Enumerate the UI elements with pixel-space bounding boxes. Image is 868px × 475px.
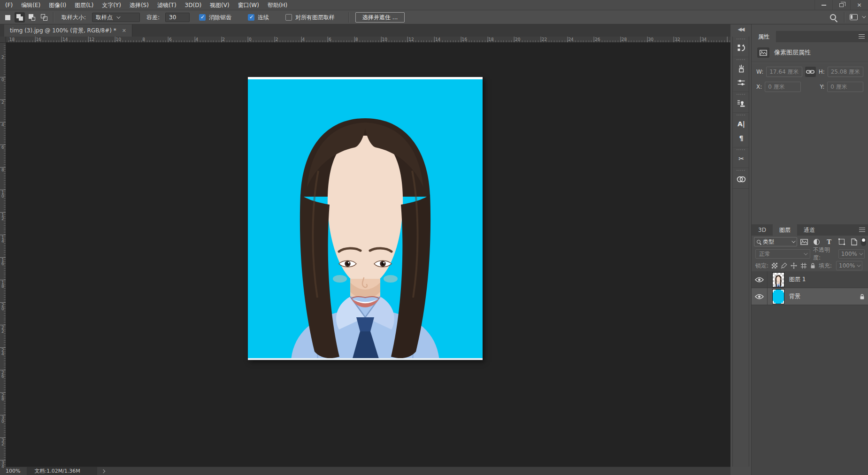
tab-layers[interactable]: 图层 bbox=[773, 224, 797, 236]
select-and-mask-button[interactable]: 选择并遮住 ... bbox=[355, 12, 405, 23]
sample-all-layers-checkbox[interactable] bbox=[285, 14, 292, 21]
w-label: W: bbox=[756, 69, 763, 75]
y-field[interactable]: 0 厘米 bbox=[827, 82, 863, 92]
tool-presets-panel-button[interactable]: ✂ bbox=[733, 152, 750, 166]
new-selection-button[interactable] bbox=[2, 12, 13, 23]
scissors-tools-icon: ✂ bbox=[738, 155, 744, 162]
portrait-thumbnail bbox=[773, 273, 784, 287]
tolerance-input[interactable]: 30 bbox=[165, 13, 190, 22]
v-ruler-number: 3 0 bbox=[1, 416, 4, 423]
opacity-dropdown[interactable]: 100% bbox=[838, 249, 865, 259]
tab-channels[interactable]: 通道 bbox=[797, 224, 822, 236]
vertical-ruler[interactable]: 2024681 01 21 41 61 82 02 22 42 62 83 03… bbox=[0, 43, 6, 467]
filter-type-layers-button[interactable]: T bbox=[823, 237, 835, 246]
intersect-selection-button[interactable] bbox=[39, 12, 49, 23]
layer-row-1[interactable]: 图层 1 bbox=[752, 271, 868, 288]
character-panel-button[interactable]: A| bbox=[733, 117, 750, 131]
menu-item[interactable]: 窗口(W) bbox=[234, 0, 263, 10]
paragraph-panel-button[interactable]: ¶ bbox=[733, 131, 750, 145]
clone-source-panel-button[interactable] bbox=[733, 96, 750, 110]
filter-adjustment-layers-button[interactable] bbox=[811, 237, 822, 246]
lock-all-icon[interactable] bbox=[810, 262, 815, 269]
collapse-panels-left-button[interactable]: ◀◀ bbox=[732, 26, 749, 32]
search-icon[interactable] bbox=[830, 14, 836, 20]
height-field[interactable]: 25.08 厘米 bbox=[828, 67, 863, 77]
brush-settings-panel-button[interactable] bbox=[733, 76, 750, 90]
panel-grip[interactable] bbox=[737, 149, 745, 150]
lock-artboard-icon[interactable] bbox=[800, 262, 807, 269]
close-button[interactable]: ✕ bbox=[850, 0, 868, 10]
filter-smart-objects-button[interactable] bbox=[848, 237, 860, 246]
lock-position-icon[interactable] bbox=[791, 262, 797, 269]
properties-panel-menu-button[interactable] bbox=[858, 33, 865, 40]
menu-item[interactable]: 文字(Y) bbox=[98, 0, 125, 10]
contiguous-checkbox[interactable] bbox=[248, 14, 254, 21]
menu-item[interactable]: 帮助(H) bbox=[263, 0, 292, 10]
photo-document[interactable] bbox=[248, 77, 483, 360]
fill-dropdown[interactable]: 100% bbox=[836, 261, 862, 270]
layer-visibility-toggle[interactable] bbox=[752, 271, 768, 288]
lock-pixels-icon[interactable] bbox=[781, 262, 787, 269]
layer-thumbnail[interactable] bbox=[772, 289, 784, 304]
panel-grip[interactable] bbox=[737, 94, 745, 95]
layers-panel-tabs: 3D 图层 通道 bbox=[752, 224, 868, 236]
menu-item[interactable]: 图像(I) bbox=[45, 0, 70, 10]
menu-item[interactable]: 编辑(E) bbox=[17, 0, 45, 10]
horizontal-ruler[interactable]: 1816141210864202468101214161820222426283… bbox=[6, 37, 730, 43]
chevron-down-icon bbox=[791, 239, 795, 243]
x-field[interactable]: 0 厘米 bbox=[765, 82, 801, 92]
history-panel-button[interactable] bbox=[733, 41, 750, 55]
layer-row-background[interactable]: 背景 bbox=[752, 288, 868, 305]
document-tab-close-icon[interactable]: ✕ bbox=[122, 28, 126, 34]
layer-filter-toggle[interactable] bbox=[861, 238, 866, 246]
menu-item[interactable]: (F) bbox=[1, 0, 17, 10]
selection-corner bbox=[773, 301, 776, 304]
menu-item[interactable]: 滤镜(T) bbox=[153, 0, 181, 10]
canvas-area[interactable]: 1816141210864202468101214161820222426283… bbox=[0, 37, 730, 467]
lock-transparency-icon[interactable] bbox=[772, 263, 777, 268]
sample-all-layers-option[interactable]: 对所有图层取样 bbox=[285, 10, 335, 24]
layer-thumbnail[interactable] bbox=[772, 272, 784, 287]
libraries-panel-button[interactable] bbox=[733, 172, 750, 186]
menu-item[interactable]: 视图(V) bbox=[206, 0, 234, 10]
panel-grip[interactable] bbox=[737, 170, 745, 171]
restore-button[interactable] bbox=[832, 0, 850, 10]
lock-label: 锁定: bbox=[755, 262, 768, 270]
tab-properties[interactable]: 属性 bbox=[752, 31, 776, 42]
panel-grip[interactable] bbox=[737, 59, 745, 60]
contiguous-option[interactable]: 连续 bbox=[248, 10, 269, 24]
menu-item[interactable]: 图层(L) bbox=[70, 0, 98, 10]
add-to-selection-button[interactable] bbox=[15, 12, 25, 23]
panel-grip[interactable] bbox=[737, 38, 745, 39]
link-dimensions-button[interactable] bbox=[805, 67, 816, 77]
menu-item[interactable]: 3D(D) bbox=[181, 0, 206, 10]
document-tab[interactable]: timg (3).jpg @ 100% (背景, RGB/8#) * ✕ bbox=[4, 24, 132, 37]
width-field[interactable]: 17.64 厘米 bbox=[766, 67, 802, 77]
layers-panel-menu-button[interactable] bbox=[859, 226, 866, 233]
sample-size-dropdown[interactable]: 取样点 bbox=[92, 13, 140, 22]
layer-name[interactable]: 背景 bbox=[789, 292, 800, 300]
filter-shape-layers-button[interactable] bbox=[836, 237, 847, 246]
divider bbox=[53, 12, 54, 23]
blend-mode-dropdown[interactable]: 正常 bbox=[755, 249, 810, 259]
ruler-origin-corner[interactable] bbox=[0, 37, 6, 43]
panel-dock: 属性 像素图层属性 W: 17.64 厘米 H: 25.08 厘米 X: 0 厘… bbox=[751, 24, 868, 475]
layer-name[interactable]: 图层 1 bbox=[789, 276, 806, 283]
panel-grip[interactable] bbox=[737, 115, 745, 115]
tab-3d[interactable]: 3D bbox=[752, 224, 773, 236]
layer-visibility-toggle[interactable] bbox=[752, 288, 768, 305]
minimize-button[interactable] bbox=[814, 0, 832, 10]
filter-pixel-layers-button[interactable] bbox=[799, 237, 810, 246]
workspace-icon[interactable] bbox=[850, 14, 858, 20]
anti-alias-option[interactable]: 消除锯齿 bbox=[199, 10, 231, 24]
layer-filter-type-dropdown[interactable]: 类型 bbox=[754, 237, 797, 246]
subtract-from-selection-button[interactable] bbox=[27, 12, 37, 23]
workspace-chevron-icon[interactable] bbox=[862, 14, 866, 18]
menu-item[interactable]: 选择(S) bbox=[125, 0, 153, 10]
status-options-chevron-icon[interactable] bbox=[101, 469, 105, 473]
v-ruler-number: 2 bbox=[1, 55, 4, 59]
v-ruler-number: 1 8 bbox=[1, 281, 4, 288]
anti-alias-checkbox[interactable] bbox=[199, 14, 206, 21]
h-ruler-number: 12 bbox=[89, 37, 94, 42]
brushes-panel-button[interactable] bbox=[733, 61, 750, 76]
